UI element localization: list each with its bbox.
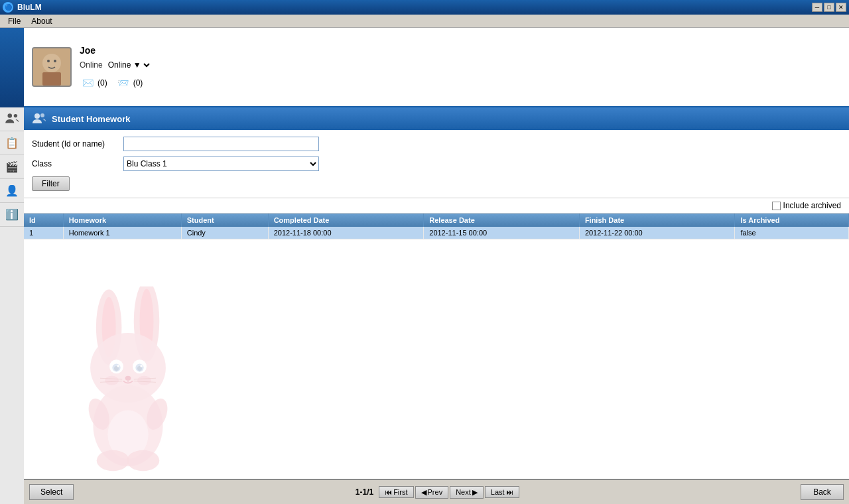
- message-icon: ✉️: [80, 77, 96, 89]
- svg-point-27: [137, 376, 151, 385]
- left-actions: Select: [29, 484, 74, 500]
- cell-id: 1: [24, 227, 63, 239]
- col-release-date: Release Date: [424, 214, 580, 227]
- messages-count: (0): [98, 78, 107, 88]
- sidebar-item-media[interactable]: 🎬: [0, 155, 24, 179]
- avatar: [32, 47, 72, 87]
- main-layout: 📋 🎬 👤 ℹ️ Joe Online: [0, 28, 849, 504]
- status-dropdown[interactable]: Online ▼ Offline Away: [105, 60, 152, 70]
- titlebar: 🔵 BluLM ─ □ ✕: [0, 0, 849, 15]
- archived-area: Include archived: [24, 198, 849, 214]
- window-controls: ─ □ ✕: [812, 3, 846, 12]
- pagination-info: 1-1/1: [356, 487, 373, 497]
- svg-point-24: [125, 376, 131, 381]
- svg-point-5: [54, 60, 56, 62]
- user-header: Joe Online Online ▼ Offline Away ✉️ (0): [24, 28, 849, 107]
- filter-button[interactable]: Filter: [32, 176, 70, 191]
- prev-icon: ◀: [421, 488, 426, 497]
- student-label: Student (Id or name): [32, 139, 118, 149]
- menu-file[interactable]: File: [3, 15, 26, 27]
- class-select[interactable]: Blu Class 1 Blu Class 2: [123, 157, 319, 171]
- student-input[interactable]: [123, 137, 319, 151]
- section-header: Student Homework: [24, 107, 849, 130]
- app-title-text: BluLM: [17, 3, 42, 12]
- app-icon: 🔵: [3, 2, 13, 13]
- cell-release-date: 2012-11-15 00:00: [424, 227, 580, 239]
- table-row[interactable]: 1 Homework 1 Cindy 2012-11-18 00:00 2012…: [24, 227, 849, 239]
- svg-point-0: [8, 113, 13, 118]
- maximize-button[interactable]: □: [824, 3, 834, 12]
- svg-point-23: [140, 365, 143, 367]
- sidebar-item-docs[interactable]: 📋: [0, 131, 24, 155]
- svg-point-1: [14, 113, 17, 117]
- sidebar-item-info[interactable]: ℹ️: [0, 203, 24, 227]
- notification-icon: 📨: [115, 77, 131, 89]
- archived-text: Include archived: [783, 201, 841, 210]
- nav-buttons: ⏮ First ◀ Prev Next ▶ Last ⏭: [379, 486, 519, 499]
- bottom-bar: Select 1-1/1 ⏮ First ◀ Prev Next ▶: [24, 479, 849, 504]
- col-finish-date: Finish Date: [579, 214, 735, 227]
- menu-about[interactable]: About: [26, 15, 57, 27]
- next-icon: ▶: [472, 488, 478, 497]
- svg-point-26: [105, 376, 119, 385]
- user-info: Joe Online Online ▼ Offline Away ✉️ (0): [80, 45, 152, 89]
- col-completed-date: Completed Date: [268, 214, 424, 227]
- table-area: Id Homework Student Completed Date Relea…: [24, 214, 849, 479]
- first-button[interactable]: ⏮ First: [379, 486, 413, 498]
- section-icon: [32, 111, 46, 126]
- archived-label[interactable]: Include archived: [772, 201, 841, 210]
- prev-button[interactable]: ◀ Prev: [415, 486, 449, 499]
- app-title: 🔵 BluLM: [3, 2, 42, 13]
- svg-point-3: [42, 54, 61, 72]
- col-id: Id: [24, 214, 63, 227]
- close-button[interactable]: ✕: [836, 3, 846, 12]
- table-header-row: Id Homework Student Completed Date Relea…: [24, 214, 849, 227]
- first-icon: ⏮: [385, 488, 392, 496]
- select-button[interactable]: Select: [29, 484, 74, 500]
- pagination-area: 1-1/1 ⏮ First ◀ Prev Next ▶ La: [356, 486, 519, 499]
- cell-homework: Homework 1: [63, 227, 181, 239]
- next-button[interactable]: Next ▶: [450, 486, 484, 499]
- last-icon: ⏭: [506, 488, 513, 496]
- cell-finish-date: 2012-11-22 00:00: [579, 227, 735, 239]
- class-label: Class: [32, 159, 118, 168]
- cell-student: Cindy: [181, 227, 268, 239]
- cell-is-archived: false: [735, 227, 849, 239]
- col-archived: Is Archived: [735, 214, 849, 227]
- minimize-button[interactable]: ─: [812, 3, 822, 12]
- bunny-decoration: [64, 286, 183, 472]
- svg-point-22: [117, 365, 119, 367]
- homework-table: Id Homework Student Completed Date Relea…: [24, 214, 849, 239]
- svg-point-31: [127, 450, 159, 472]
- svg-point-8: [40, 113, 44, 117]
- col-homework: Homework: [63, 214, 181, 227]
- notifications-item[interactable]: 📨 (0): [115, 77, 143, 89]
- last-button[interactable]: Last ⏭: [485, 486, 519, 498]
- notifications-count: (0): [133, 78, 143, 88]
- cell-completed-date: 2012-11-18 00:00: [268, 227, 424, 239]
- messages-item[interactable]: ✉️ (0): [80, 77, 107, 89]
- col-student: Student: [181, 214, 268, 227]
- right-actions: Back: [801, 484, 844, 500]
- msg-area: ✉️ (0) 📨 (0): [80, 77, 152, 89]
- status-text: Online: [80, 60, 103, 70]
- sidebar: 📋 🎬 👤 ℹ️: [0, 28, 24, 504]
- filter-area: Student (Id or name) Class Blu Class 1 B…: [24, 130, 849, 198]
- user-name: Joe: [80, 45, 152, 56]
- back-button[interactable]: Back: [801, 484, 844, 500]
- svg-point-7: [34, 113, 40, 119]
- svg-point-4: [47, 60, 50, 62]
- filter-student-row: Student (Id or name): [32, 137, 841, 151]
- svg-point-30: [97, 450, 129, 472]
- filter-class-row: Class Blu Class 1 Blu Class 2: [32, 157, 841, 171]
- menubar: File About: [0, 15, 849, 28]
- svg-rect-6: [42, 72, 61, 86]
- archived-checkbox[interactable]: [772, 202, 781, 210]
- section-title: Student Homework: [52, 114, 130, 124]
- sidebar-item-people[interactable]: [0, 107, 24, 131]
- sidebar-item-user[interactable]: 👤: [0, 179, 24, 203]
- user-status: Online Online ▼ Offline Away: [80, 60, 152, 70]
- content-area: Joe Online Online ▼ Offline Away ✉️ (0): [24, 28, 849, 504]
- sidebar-header: [0, 28, 24, 107]
